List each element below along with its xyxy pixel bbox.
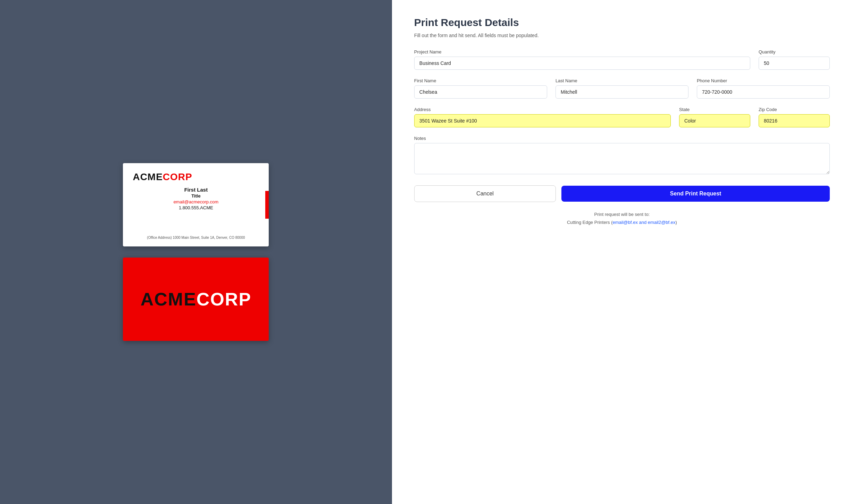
printer-paren-close: ) [676, 220, 677, 225]
group-phone: Phone Number [697, 78, 830, 99]
back-logo-corp: CORP [197, 289, 251, 309]
label-quantity: Quantity [759, 49, 830, 54]
input-state[interactable] [679, 114, 750, 127]
send-button[interactable]: Send Print Request [561, 186, 830, 202]
logo-corp: CORP [163, 171, 192, 182]
label-state: State [679, 107, 750, 112]
group-notes: Notes [414, 136, 830, 174]
cancel-button[interactable]: Cancel [414, 185, 556, 202]
group-zip: Zip Code [759, 107, 830, 127]
label-first-name: First Name [414, 78, 547, 83]
input-address[interactable] [414, 114, 671, 127]
card-back-logo: ACMECORP [141, 289, 251, 310]
card-phone: 1.800.555.ACME [133, 205, 259, 210]
printer-emails[interactable]: email@bf.ex and email2@bf.ex [612, 220, 675, 225]
input-first-name[interactable] [414, 85, 547, 99]
label-project-name: Project Name [414, 49, 750, 54]
label-notes: Notes [414, 136, 830, 141]
group-project-name: Project Name [414, 49, 750, 70]
group-address: Address [414, 107, 671, 127]
input-last-name[interactable] [556, 85, 688, 99]
form-title: Print Request Details [414, 17, 830, 28]
logo-acme: ACME [133, 171, 162, 182]
back-logo-acme: ACME [141, 289, 197, 309]
label-zip: Zip Code [759, 107, 830, 112]
input-zip[interactable] [759, 114, 830, 127]
label-address: Address [414, 107, 671, 112]
form-panel: Print Request Details Fill out the form … [392, 0, 852, 504]
card-title: Title [133, 193, 259, 199]
group-quantity: Quantity [759, 49, 830, 70]
input-project-name[interactable] [414, 57, 750, 70]
form-subtitle: Fill out the form and hit send. All fiel… [414, 33, 830, 38]
print-info-line1: Print request will be sent to: [414, 210, 830, 218]
preview-panel: ACMECORP First Last Title email@acmecorp… [0, 0, 392, 504]
input-quantity[interactable] [759, 57, 830, 70]
form-actions: Cancel Send Print Request [414, 185, 830, 202]
group-state: State [679, 107, 750, 127]
card-address: (Office Address) 1000 Main Street, Suite… [133, 233, 259, 240]
row-address: Address State Zip Code [414, 107, 830, 127]
card-email: email@acmecorp.com [133, 199, 259, 204]
card-name: First Last [133, 187, 259, 193]
input-notes[interactable] [414, 143, 830, 174]
printer-name: Cutting Edge Printers [567, 220, 610, 225]
group-last-name: Last Name [556, 78, 688, 99]
row-notes: Notes [414, 136, 830, 174]
row-name: First Name Last Name Phone Number [414, 78, 830, 99]
card-front-logo: ACMECORP [133, 171, 259, 183]
group-first-name: First Name [414, 78, 547, 99]
row-project: Project Name Quantity [414, 49, 830, 70]
card-red-accent [265, 191, 269, 219]
business-card-back: ACMECORP [123, 258, 269, 341]
print-info: Print request will be sent to: Cutting E… [414, 210, 830, 227]
label-last-name: Last Name [556, 78, 688, 83]
business-card-front: ACMECORP First Last Title email@acmecorp… [123, 163, 269, 246]
input-phone[interactable] [697, 85, 830, 99]
print-info-printer: Cutting Edge Printers (email@bf.ex and e… [414, 218, 830, 226]
label-phone: Phone Number [697, 78, 830, 83]
